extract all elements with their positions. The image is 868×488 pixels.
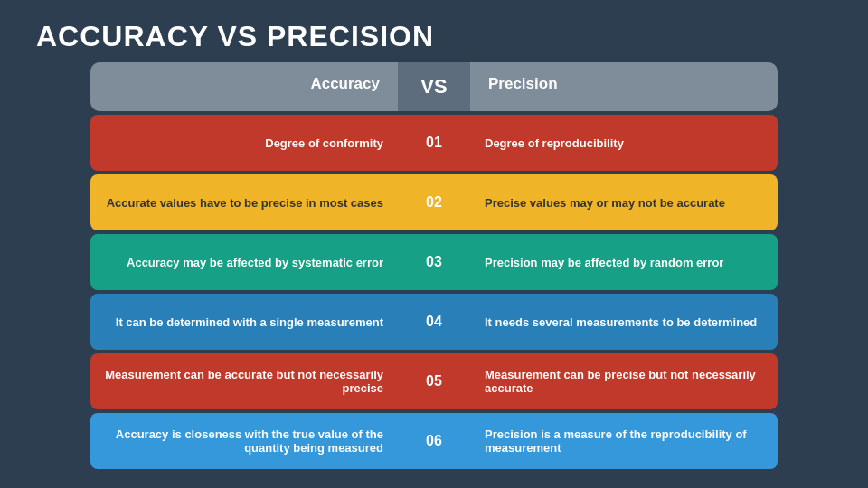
left-cell-2: Accurate values have to be precise in mo… bbox=[90, 174, 398, 230]
right-cell-3: Precision may be affected by random erro… bbox=[470, 234, 778, 290]
right-cell-6: Precision is a measure of the reproducib… bbox=[470, 413, 778, 469]
comparison-row-4: It can be determined with a single measu… bbox=[90, 294, 778, 350]
left-cell-1: Degree of conformity bbox=[90, 115, 398, 171]
comparison-row-2: Accurate values have to be precise in mo… bbox=[90, 174, 778, 230]
center-num-5: 05 bbox=[398, 353, 470, 409]
left-cell-6: Accuracy is closeness with the true valu… bbox=[90, 413, 398, 469]
center-num-6: 06 bbox=[398, 413, 470, 469]
right-cell-4: It needs several measurements to be dete… bbox=[470, 294, 778, 350]
left-cell-3: Accuracy may be affected by systematic e… bbox=[90, 234, 398, 290]
center-num-2: 02 bbox=[398, 174, 470, 230]
comparison-row-1: Degree of conformity01Degree of reproduc… bbox=[90, 115, 778, 171]
comparison-row-3: Accuracy may be affected by systematic e… bbox=[90, 234, 778, 290]
center-num-3: 03 bbox=[398, 234, 470, 290]
center-num-4: 04 bbox=[398, 294, 470, 350]
page-title: ACCURACY VS PRECISION bbox=[0, 0, 868, 62]
left-cell-5: Measurement can be accurate but not nece… bbox=[90, 353, 398, 409]
comparison-row-6: Accuracy is closeness with the true valu… bbox=[90, 413, 778, 469]
right-cell-2: Precise values may or may not be accurat… bbox=[470, 174, 778, 230]
right-cell-5: Measurement can be precise but not neces… bbox=[470, 353, 778, 409]
header-vs: VS bbox=[398, 62, 470, 111]
center-num-1: 01 bbox=[398, 115, 470, 171]
header-precision: Precision bbox=[470, 62, 778, 111]
right-cell-1: Degree of reproducibility bbox=[470, 115, 778, 171]
main-container: Accuracy VS Precision bbox=[0, 62, 868, 115]
header-accuracy: Accuracy bbox=[90, 62, 398, 111]
comparison-row-5: Measurement can be accurate but not nece… bbox=[90, 353, 778, 409]
left-cell-4: It can be determined with a single measu… bbox=[90, 294, 398, 350]
